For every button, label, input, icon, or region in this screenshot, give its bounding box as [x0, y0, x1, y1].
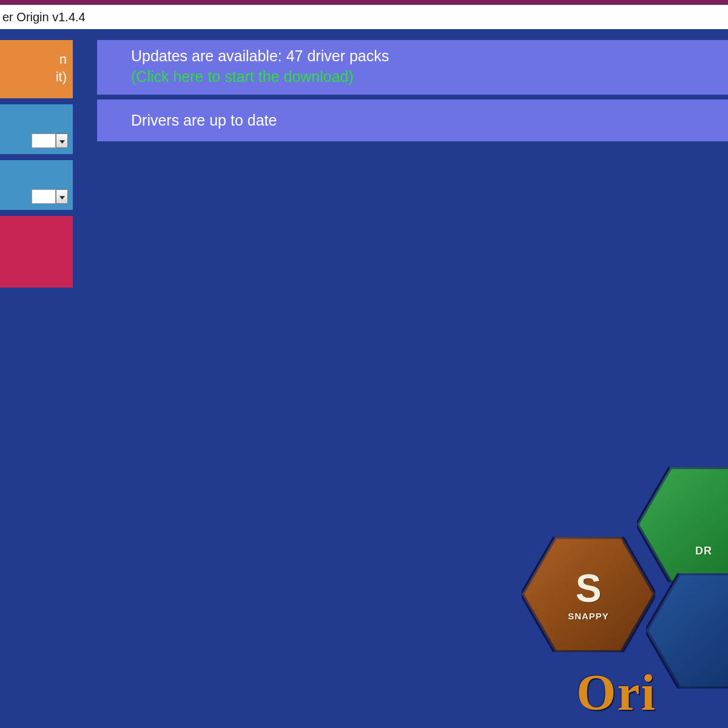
dropdown-2-button[interactable] — [56, 189, 68, 204]
dropdown-2-value[interactable] — [32, 189, 56, 204]
sidebar: n it) — [0, 40, 73, 294]
updates-available-text: Updates are available: 47 driver packs — [131, 46, 713, 67]
dropdown-1[interactable] — [32, 133, 68, 148]
sidebar-tile-action[interactable] — [0, 216, 73, 288]
svg-marker-1 — [59, 196, 65, 199]
updates-available-bar[interactable]: Updates are available: 47 driver packs (… — [97, 40, 728, 95]
window-top-border — [0, 0, 728, 5]
window-title: er Origin v1.4.4 — [2, 10, 86, 24]
chevron-down-icon — [59, 191, 65, 202]
dropdown-2[interactable] — [32, 189, 68, 204]
sidebar-tile-line2: it) — [0, 69, 67, 86]
logo-snappy-small: SNAPPY — [522, 611, 655, 621]
app-logo: DR S SNAPPY — [497, 467, 728, 722]
svg-marker-7 — [646, 573, 728, 689]
dropdown-1-button[interactable] — [56, 133, 68, 148]
logo-snappy-big: S — [522, 566, 655, 611]
drivers-status-text: Drivers are up to date — [131, 112, 277, 129]
sidebar-tile-system[interactable]: n it) — [0, 40, 73, 98]
start-download-link[interactable]: (Click here to start the download) — [131, 67, 713, 87]
logo-hex-snappy: S SNAPPY — [522, 537, 655, 652]
logo-origin-text: Ori — [576, 663, 656, 722]
drivers-status-bar: Drivers are up to date — [97, 99, 728, 142]
sidebar-tile-select-1[interactable] — [0, 104, 73, 154]
sidebar-tile-select-2[interactable] — [0, 160, 73, 210]
chevron-down-icon — [59, 135, 65, 146]
status-panel: Updates are available: 47 driver packs (… — [97, 40, 728, 141]
svg-marker-0 — [59, 140, 65, 143]
window-titlebar[interactable]: er Origin v1.4.4 — [0, 5, 728, 29]
sidebar-tile-line1: n — [0, 51, 67, 69]
client-area: n it) — [0, 29, 728, 728]
dropdown-1-value[interactable] — [32, 133, 56, 148]
logo-hex-installer — [646, 573, 728, 689]
